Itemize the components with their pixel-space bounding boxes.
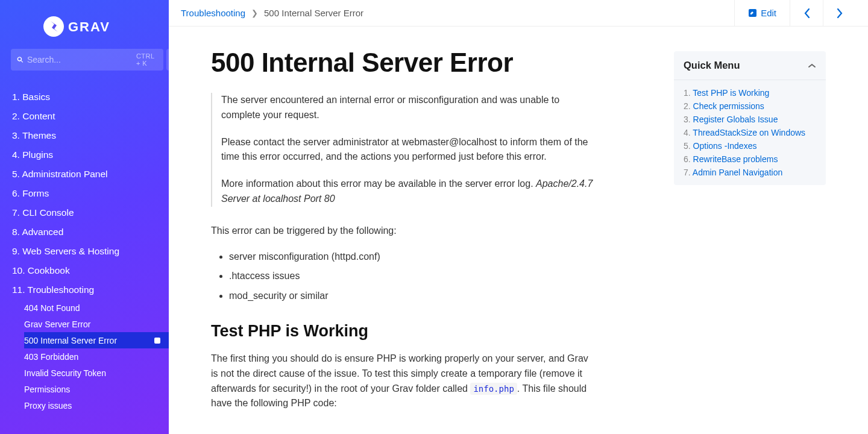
intro-para: This error can be triggered by the follo… bbox=[211, 224, 597, 239]
cause-item: server misconfiguration (httpd.conf) bbox=[229, 250, 597, 265]
subnav-item[interactable]: 500 Internal Server Error bbox=[24, 332, 169, 348]
breadcrumb-current: 500 Internal Server Error bbox=[264, 8, 363, 18]
quick-menu-item[interactable]: Test PHP is Working bbox=[684, 86, 816, 99]
breadcrumb: Troubleshooting ❯ 500 Internal Server Er… bbox=[181, 8, 363, 18]
edit-label: Edit bbox=[761, 8, 776, 18]
nav-item[interactable]: 6. Forms bbox=[0, 184, 169, 203]
svg-text:GRAV: GRAV bbox=[68, 19, 110, 34]
subnav-item[interactable]: Grav Server Error bbox=[24, 316, 169, 332]
chevron-left-icon bbox=[804, 8, 810, 19]
search-icon bbox=[17, 55, 24, 64]
quick-menu-item[interactable]: Options -Indexes bbox=[684, 139, 816, 153]
sidebar: GRAV CTRL + K v1.6 1. Basics2. Content3.… bbox=[0, 0, 169, 434]
next-button[interactable] bbox=[823, 0, 856, 26]
quick-menu-item[interactable]: ThreadStackSize on Windows bbox=[684, 126, 816, 139]
subnav-item[interactable]: Invalid Security Token bbox=[24, 365, 169, 381]
nav-item[interactable]: 9. Web Servers & Hosting bbox=[0, 242, 169, 261]
content: 500 Internal Server Error The server enc… bbox=[169, 27, 639, 434]
causes-list: server misconfiguration (httpd.conf).hta… bbox=[211, 250, 597, 304]
nav-item[interactable]: 5. Administration Panel bbox=[0, 165, 169, 184]
search-box[interactable]: CTRL + K bbox=[11, 49, 163, 71]
chevron-right-icon bbox=[837, 8, 843, 19]
edit-button[interactable]: Edit bbox=[734, 0, 790, 26]
quick-menu-header[interactable]: Quick Menu bbox=[674, 51, 826, 80]
section-para: The first thing you should do is ensure … bbox=[211, 351, 597, 411]
topbar: Troubleshooting ❯ 500 Internal Server Er… bbox=[169, 0, 868, 27]
nav-item[interactable]: 10. Cookbook bbox=[0, 261, 169, 280]
error-quote: The server encountered an internal error… bbox=[211, 93, 597, 207]
code-inline: info.php bbox=[470, 383, 517, 395]
edit-icon bbox=[748, 8, 757, 17]
subnav-item[interactable]: 403 Forbidden bbox=[24, 348, 169, 365]
chevron-up-icon bbox=[808, 63, 816, 69]
quick-menu-item[interactable]: Check permissions bbox=[684, 99, 816, 113]
section-heading: Test PHP is Working bbox=[211, 322, 597, 341]
quote-p2: Please contact the server administrator … bbox=[221, 135, 597, 165]
subnav-item[interactable]: Proxy issues bbox=[24, 397, 169, 414]
nav-list: 1. Basics2. Content3. Themes4. Plugins5.… bbox=[0, 87, 169, 414]
chevron-right-icon: ❯ bbox=[251, 8, 258, 17]
quick-menu: Quick Menu Test PHP is WorkingCheck perm… bbox=[674, 51, 826, 185]
search-input[interactable] bbox=[27, 55, 133, 64]
topbar-right: Edit bbox=[734, 0, 856, 26]
quote-p1: The server encountered an internal error… bbox=[221, 93, 597, 123]
quick-menu-title: Quick Menu bbox=[684, 60, 740, 71]
brand-logo[interactable]: GRAV bbox=[0, 0, 169, 49]
cause-item: .htaccess issues bbox=[229, 269, 597, 284]
nav-item[interactable]: 11. Troubleshooting bbox=[0, 280, 169, 300]
nav-item[interactable]: 7. CLI Console bbox=[0, 203, 169, 222]
subnav-item[interactable]: Permissions bbox=[24, 381, 169, 397]
cause-item: mod_security or similar bbox=[229, 289, 597, 304]
prev-button[interactable] bbox=[790, 0, 823, 26]
quick-menu-item[interactable]: Admin Panel Navigation bbox=[684, 166, 816, 179]
quick-menu-list: Test PHP is WorkingCheck permissionsRegi… bbox=[674, 80, 826, 185]
nav-item[interactable]: 3. Themes bbox=[0, 126, 169, 145]
page-title: 500 Internal Server Error bbox=[211, 48, 597, 78]
quote-p3: More information about this error may be… bbox=[221, 177, 597, 207]
search-shortcut: CTRL + K bbox=[136, 52, 157, 67]
nav-item[interactable]: 1. Basics bbox=[0, 87, 169, 107]
nav-item[interactable]: 4. Plugins bbox=[0, 145, 169, 165]
search-row: CTRL + K v1.6 bbox=[0, 49, 169, 71]
subnav-item[interactable]: 404 Not Found bbox=[24, 300, 169, 316]
breadcrumb-parent[interactable]: Troubleshooting bbox=[181, 8, 245, 18]
main: Troubleshooting ❯ 500 Internal Server Er… bbox=[169, 0, 868, 434]
nav-item[interactable]: 2. Content bbox=[0, 107, 169, 126]
quick-menu-item[interactable]: RewriteBase problems bbox=[684, 153, 816, 166]
nav-item[interactable]: 8. Advanced bbox=[0, 222, 169, 242]
quick-menu-item[interactable]: Register Globals Issue bbox=[684, 113, 816, 126]
